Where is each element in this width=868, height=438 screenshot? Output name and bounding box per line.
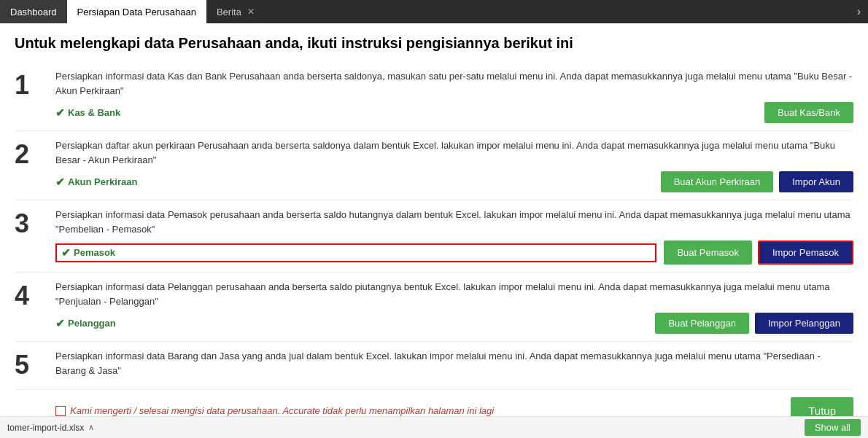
checkmark-icon-4: ✔ xyxy=(55,317,65,330)
step-description-2: Persiapkan daftar akun perkiraan Perusah… xyxy=(55,138,853,167)
file-name: tomer-import-id.xlsx ∧ xyxy=(7,423,94,433)
footer-row: Kami mengerti / selesai mengisi data per… xyxy=(15,390,853,416)
chevron-up-icon[interactable]: ∧ xyxy=(88,423,94,432)
tab-bar: Dashboard Persiapan Data Perusahaan Beri… xyxy=(0,0,868,23)
step-description-5: Persiapkan informasi data Barang dan Jas… xyxy=(55,349,853,378)
step-number-2: 2 xyxy=(15,138,44,168)
step-body-2: Persiapkan daftar akun perkiraan Perusah… xyxy=(55,138,853,192)
step-item-4: 4 Persiapkan informasi data Pelanggan pe… xyxy=(15,273,853,342)
tab-overflow-button[interactable]: › xyxy=(850,0,868,23)
btn-group-1: Buat Kas/Bank xyxy=(764,102,853,123)
step-body-4: Persiapkan informasi data Pelanggan peru… xyxy=(55,280,853,334)
show-all-button[interactable]: Show all xyxy=(805,419,861,436)
tutup-button[interactable]: Tutup xyxy=(791,397,853,416)
tab-berita[interactable]: Berita ✕ xyxy=(206,0,265,23)
step-item-1: 1 Persiapkan informasi data Kas dan Bank… xyxy=(15,62,853,131)
status-bar: tomer-import-id.xlsx ∧ Show all xyxy=(0,416,868,438)
btn-impor-pemasok[interactable]: Impor Pemasok xyxy=(758,240,853,265)
step-footer-2: ✔ Akun Perkiraan Buat Akun Perkiraan Imp… xyxy=(55,171,853,192)
step-description-3: Persiapkan informasi data Pemasok perusa… xyxy=(55,208,853,236)
step-link-2[interactable]: ✔ Akun Perkiraan xyxy=(55,176,654,189)
step-number-3: 3 xyxy=(15,208,44,237)
step-number-1: 1 xyxy=(15,69,44,98)
step-description-4: Persiapkan informasi data Pelanggan peru… xyxy=(55,280,853,308)
checkbox-label[interactable]: Kami mengerti / selesai mengisi data per… xyxy=(55,405,494,416)
tab-dashboard-label: Dashboard xyxy=(10,7,57,17)
btn-impor-pelanggan[interactable]: Impor Pelanggan xyxy=(755,313,853,334)
main-content: Untuk melengkapi data Perusahaan anda, i… xyxy=(0,23,868,416)
step-body-3: Persiapkan informasi data Pemasok perusa… xyxy=(55,208,853,265)
btn-group-3: Buat Pemasok Impor Pemasok xyxy=(664,240,853,265)
btn-group-2: Buat Akun Perkiraan Impor Akun xyxy=(661,171,853,192)
tab-persiapan[interactable]: Persiapan Data Perusahaan xyxy=(67,0,206,23)
step-list: 1 Persiapkan informasi data Kas dan Bank… xyxy=(15,62,853,390)
btn-group-4: Buat Pelanggan Impor Pelanggan xyxy=(655,313,853,334)
step-item-3: 3 Persiapkan informasi data Pemasok peru… xyxy=(15,200,853,273)
checkbox-text: Kami mengerti / selesai mengisi data per… xyxy=(70,405,494,416)
step-number-4: 4 xyxy=(15,280,44,309)
step-link-label-1: Kas & Bank xyxy=(68,107,120,118)
page-title: Untuk melengkapi data Perusahaan anda, i… xyxy=(15,35,853,52)
step-link-label-2: Akun Perkiraan xyxy=(68,176,137,187)
close-icon[interactable]: ✕ xyxy=(247,7,255,17)
step-body-5: Persiapkan informasi data Barang dan Jas… xyxy=(55,349,853,382)
step-item-5: 5 Persiapkan informasi data Barang dan J… xyxy=(15,342,853,390)
step-link-1[interactable]: ✔ Kas & Bank xyxy=(55,106,757,120)
btn-impor-akun[interactable]: Impor Akun xyxy=(779,171,853,192)
step-description-1: Persiapkan informasi data Kas dan Bank P… xyxy=(55,69,853,98)
step-footer-4: ✔ Pelanggan Buat Pelanggan Impor Pelangg… xyxy=(55,313,853,334)
tab-berita-label: Berita xyxy=(217,7,241,17)
btn-buat-kas-bank[interactable]: Buat Kas/Bank xyxy=(764,102,853,123)
checkmark-icon-3: ✔ xyxy=(61,246,71,259)
step-link-3[interactable]: ✔ Pemasok xyxy=(55,243,656,262)
overflow-icon: › xyxy=(857,5,861,18)
btn-buat-pelanggan[interactable]: Buat Pelanggan xyxy=(655,313,749,334)
file-name-text: tomer-import-id.xlsx xyxy=(7,423,84,433)
checkbox-box[interactable] xyxy=(55,406,66,416)
tab-persiapan-label: Persiapan Data Perusahaan xyxy=(77,7,196,17)
step-link-label-3: Pemasok xyxy=(74,247,115,258)
step-number-5: 5 xyxy=(15,349,44,378)
step-item-2: 2 Persiapkan daftar akun perkiraan Perus… xyxy=(15,131,853,200)
step-footer-1: ✔ Kas & Bank Buat Kas/Bank xyxy=(55,102,853,123)
step-footer-3: ✔ Pemasok Buat Pemasok Impor Pemasok xyxy=(55,240,853,265)
step-link-label-4: Pelanggan xyxy=(68,318,116,329)
btn-buat-akun-perkiraan[interactable]: Buat Akun Perkiraan xyxy=(661,171,774,192)
step-body-1: Persiapkan informasi data Kas dan Bank P… xyxy=(55,69,853,123)
btn-buat-pemasok[interactable]: Buat Pemasok xyxy=(664,240,752,265)
step-link-4[interactable]: ✔ Pelanggan xyxy=(55,317,648,330)
checkmark-icon-2: ✔ xyxy=(55,176,65,189)
tab-dashboard[interactable]: Dashboard xyxy=(0,0,67,23)
checkmark-icon-1: ✔ xyxy=(55,106,65,120)
